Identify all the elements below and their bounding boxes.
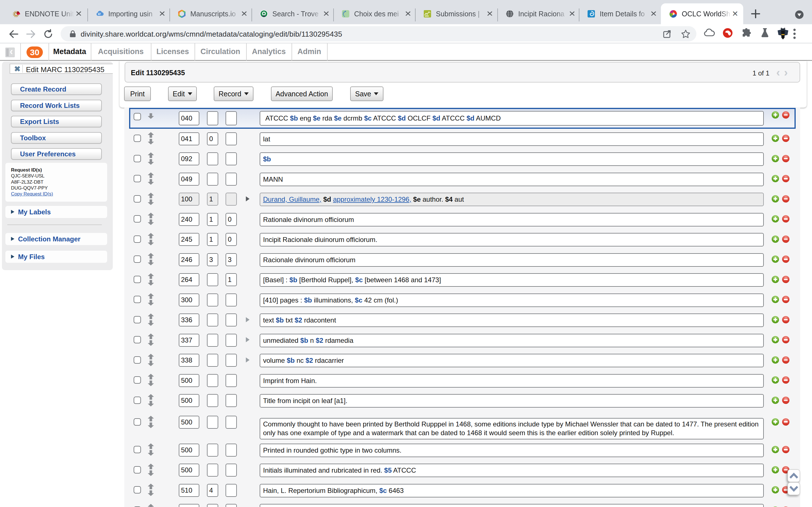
svg-text:atla: atla	[425, 15, 429, 17]
